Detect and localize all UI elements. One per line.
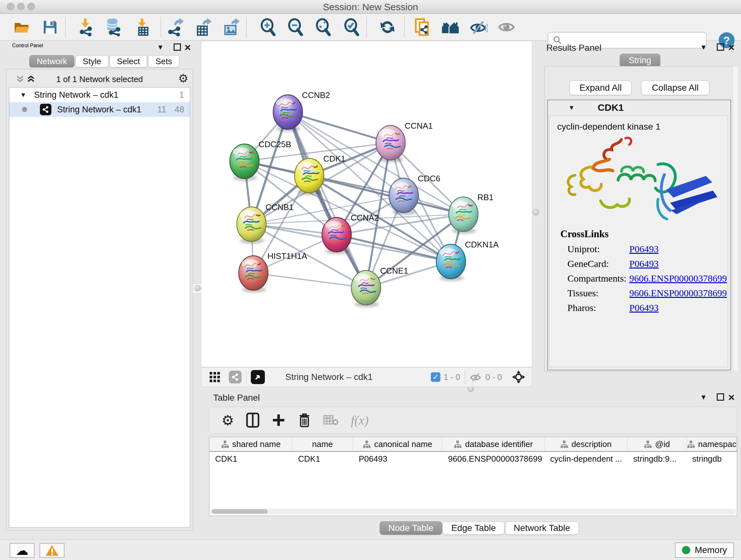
- results-panel-scrollbar[interactable]: [733, 67, 738, 371]
- control-panel-close-icon[interactable]: ×: [185, 43, 191, 52]
- houses-icon: [441, 19, 460, 35]
- memory-button[interactable]: Memory: [675, 543, 734, 558]
- save-session-button[interactable]: [41, 18, 59, 37]
- tab-edge-table[interactable]: Edge Table: [443, 521, 504, 535]
- table-panel-float-icon[interactable]: [717, 393, 724, 401]
- show-all-button[interactable]: [497, 18, 516, 37]
- entry-expander-icon[interactable]: ▼: [568, 104, 575, 111]
- crosslink-link[interactable]: 9606.ENSP00000378699: [629, 273, 727, 284]
- network-node-cdkn1a[interactable]: CDKN1A: [436, 240, 499, 281]
- network-canvas[interactable]: CCNB2CCNA1CDC25BCDK1CDC6RB1CCNB1CCNA2CDK…: [201, 41, 532, 367]
- results-panel-float-icon[interactable]: [717, 44, 724, 51]
- save-floppy-icon: [42, 19, 58, 36]
- table-panel-close-icon[interactable]: ×: [728, 393, 735, 401]
- results-panel-close-icon[interactable]: ×: [728, 43, 735, 52]
- tab-network-table[interactable]: Network Table: [505, 521, 579, 535]
- open-session-button[interactable]: [13, 18, 31, 37]
- tab-string[interactable]: String: [620, 54, 660, 67]
- control-panel-menu-icon[interactable]: ▾: [158, 42, 162, 52]
- crosslink-link[interactable]: 9606.ENSP00000378699: [629, 288, 727, 299]
- table-cell[interactable]: cyclin-dependent ...: [544, 452, 627, 466]
- protein-entry-header[interactable]: ▼ CDK1: [548, 100, 731, 115]
- export-network-button[interactable]: [166, 18, 185, 37]
- column-header-shared-name[interactable]: shared name: [209, 437, 292, 451]
- table-row[interactable]: CDK1CDK1P064939606.ENSP00000378699cyclin…: [209, 452, 737, 466]
- network-panel-gear-icon[interactable]: ⚙: [178, 72, 188, 85]
- network-row[interactable]: String Network – cdk1 11 48: [9, 102, 190, 117]
- table-cell[interactable]: stringdb:9...: [627, 452, 686, 466]
- network-edge[interactable]: [288, 112, 391, 143]
- export-table-button[interactable]: [194, 18, 212, 37]
- column-header-name[interactable]: name: [292, 437, 353, 451]
- tab-network[interactable]: Network: [29, 55, 74, 67]
- tab-select[interactable]: Select: [110, 55, 147, 67]
- network-node-ccne1[interactable]: CCNE1: [351, 266, 408, 307]
- right-splitter-dot-icon[interactable]: [533, 209, 539, 215]
- crosslink-link[interactable]: P06493: [629, 244, 659, 254]
- show-columns-icon[interactable]: [246, 413, 259, 428]
- column-header-description[interactable]: description: [544, 437, 627, 451]
- network-edge[interactable]: [253, 273, 366, 288]
- network-node-hist1h1a[interactable]: HIST1H1A: [239, 251, 307, 293]
- collapse-all-button[interactable]: Collapse All: [641, 80, 710, 95]
- table-cell[interactable]: stringdb: [686, 452, 737, 466]
- table-hscrollbar-thumb[interactable]: [212, 509, 268, 514]
- network-node-ccna2[interactable]: CCNA2: [322, 213, 379, 254]
- clone-network-button[interactable]: [413, 18, 431, 37]
- pan-crosshair-icon[interactable]: [512, 370, 526, 384]
- zoom-in-button[interactable]: [259, 18, 278, 37]
- node-label-cdc25b: CDC25B: [259, 139, 291, 149]
- first-neighbors-button[interactable]: [441, 18, 460, 37]
- control-panel-float-icon[interactable]: [174, 44, 181, 51]
- column-network-icon: [560, 440, 568, 448]
- import-network-database-button[interactable]: [104, 18, 123, 37]
- tab-sets[interactable]: Sets: [148, 55, 179, 67]
- tree-expander-icon[interactable]: ▼: [20, 91, 26, 99]
- import-network-file-button[interactable]: [77, 18, 95, 37]
- selected-checkbox-icon[interactable]: ✓: [431, 372, 441, 382]
- network-edge[interactable]: [288, 112, 366, 288]
- tab-node-table[interactable]: Node Table: [380, 521, 442, 535]
- apply-layout-button[interactable]: [378, 18, 397, 37]
- navigator-icon[interactable]: [251, 370, 265, 384]
- table-panel-menu-icon[interactable]: ▾: [701, 392, 705, 402]
- network-node-cdc6[interactable]: CDC6: [389, 174, 441, 215]
- delete-column-trash-icon[interactable]: [298, 413, 311, 428]
- network-graph[interactable]: CCNB2CCNA1CDC25BCDK1CDC6RB1CCNB1CCNA2CDK…: [201, 41, 532, 367]
- hide-selected-button[interactable]: [469, 18, 488, 37]
- left-splitter-dot-icon[interactable]: [194, 285, 201, 292]
- column-header-namespac[interactable]: namespac: [686, 437, 737, 451]
- node-table[interactable]: shared namenamecanonical namedatabase id…: [209, 437, 737, 516]
- column-header--id[interactable]: @id: [627, 437, 686, 451]
- cloud-status-button[interactable]: ☁: [10, 543, 35, 558]
- table-hscrollbar[interactable]: [210, 509, 736, 514]
- table-settings-gear-icon[interactable]: ⚙: [221, 412, 234, 428]
- zoom-out-button[interactable]: [286, 18, 305, 37]
- network-edge[interactable]: [337, 235, 451, 261]
- crosslink-label: Uniprot:: [567, 244, 600, 254]
- add-column-icon[interactable]: [272, 413, 286, 427]
- tab-style[interactable]: Style: [75, 55, 109, 67]
- crosslink-link[interactable]: P06493: [629, 302, 659, 313]
- column-header-database-identifier[interactable]: database identifier: [442, 437, 544, 451]
- column-header-canonical-name[interactable]: canonical name: [353, 437, 442, 451]
- column-network-icon: [644, 440, 652, 448]
- expand-all-button[interactable]: Expand All: [569, 80, 631, 95]
- import-table-file-button[interactable]: [133, 18, 152, 37]
- network-node-rb1[interactable]: RB1: [449, 192, 494, 234]
- warnings-button[interactable]: [40, 543, 64, 558]
- table-cell[interactable]: CDK1: [209, 452, 292, 466]
- table-cell[interactable]: CDK1: [292, 452, 353, 466]
- crosslinks-title: CrossLinks: [560, 228, 609, 240]
- network-collection-row[interactable]: ▼ String Network – cdk1 1: [9, 87, 190, 102]
- table-cell[interactable]: P06493: [353, 452, 442, 466]
- collection-count: 1: [179, 90, 184, 100]
- zoom-fit-button[interactable]: [314, 18, 333, 37]
- table-cell[interactable]: 9606.ENSP00000378699: [442, 452, 544, 466]
- grid-view-icon[interactable]: [209, 371, 220, 383]
- zoom-selected-button[interactable]: [343, 18, 361, 37]
- crosslink-link[interactable]: P06493: [629, 258, 659, 269]
- export-image-button[interactable]: [222, 18, 241, 37]
- results-panel-menu-icon[interactable]: ▾: [701, 42, 705, 52]
- share-view-icon[interactable]: [229, 371, 242, 383]
